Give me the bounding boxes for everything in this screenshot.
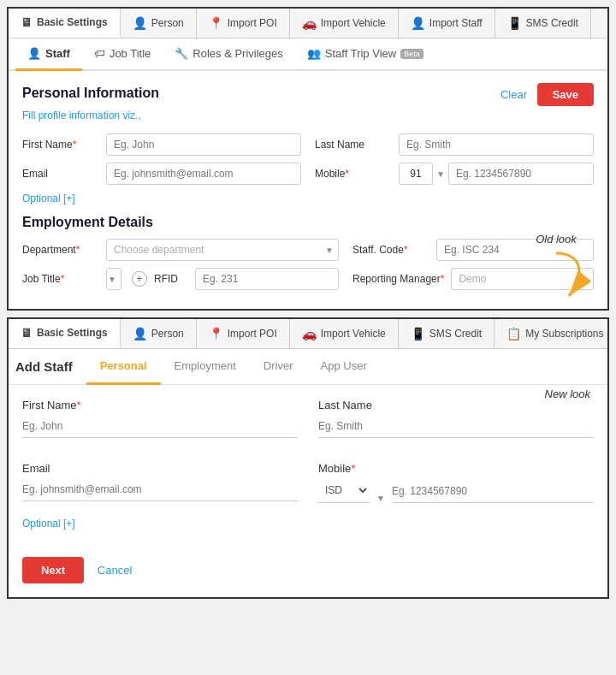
clear-button[interactable]: Clear (500, 88, 527, 101)
new-optional-link[interactable]: Optional [+] (22, 518, 75, 530)
job-title-label: Job Title (22, 273, 99, 285)
form-subtitle: Fill profile information viz., (22, 110, 594, 121)
old-look-panel: 🖥 Basic Settings 👤 Person 📍 Import POI 🚗… (7, 7, 609, 311)
mobile-label: Mobile (315, 168, 392, 180)
staff-code-label: Staff. Code (352, 244, 429, 256)
old-to-new-arrow (522, 249, 590, 300)
roles-sub-icon: 🔧 (175, 47, 188, 60)
subtab-employment[interactable]: Employment (161, 349, 250, 385)
tab-person-new[interactable]: 👤 Person (121, 319, 197, 348)
department-select-wrapper: Choose department ▼ (106, 239, 339, 261)
tab-import-vehicle-new[interactable]: 🚗 Import Vehicle (290, 319, 399, 348)
personal-info-header: Personal Information Clear Save (22, 83, 594, 106)
last-name-input[interactable] (399, 133, 594, 156)
new-first-name-group: First Name (22, 399, 298, 438)
new-top-nav: 🖥 Basic Settings 👤 Person 📍 Import POI 🚗… (9, 319, 607, 349)
last-name-row: Last Name (315, 133, 594, 156)
subtab-staff-trip-view[interactable]: 👥 Staff Trip View Beta (295, 38, 435, 71)
first-name-label: First Name (22, 139, 99, 151)
form-actions: Next Cancel (22, 557, 594, 583)
subtab-staff[interactable]: 👤 Staff (15, 38, 82, 71)
first-name-input[interactable] (106, 133, 301, 156)
jobtitle-sub-icon: 🏷 (94, 47, 105, 60)
mobile-row: Mobile ▼ (315, 163, 594, 185)
email-label: Email (22, 168, 99, 180)
add-job-title-button[interactable]: + (132, 271, 147, 287)
new-email-label: Email (22, 462, 298, 475)
new-sub-nav: Add Staff Personal Employment Driver App… (9, 349, 607, 385)
new-mobile-number-input[interactable] (392, 480, 594, 503)
old-sub-nav: 👤 Staff 🏷 Job Title 🔧 Roles & Privileges… (9, 38, 607, 71)
rfid-input[interactable] (195, 268, 339, 290)
new-form-content: First Name Last Name Email Mobile ISD (9, 385, 607, 597)
monitor-icon: 🖥 (21, 15, 33, 29)
new-personal-fields-grid: First Name Last Name Email Mobile ISD (22, 399, 594, 517)
new-look-panel: 🖥 Basic Settings 👤 Person 📍 Import POI 🚗… (7, 317, 609, 599)
vehicle-icon-new: 🚗 (302, 327, 317, 340)
new-mobile-label: Mobile (318, 462, 594, 475)
mobile-number-input[interactable] (448, 163, 594, 185)
department-row: Department Choose department ▼ (22, 239, 339, 261)
tab-sms-credit-new[interactable]: 📱 SMS Credit (399, 319, 495, 348)
job-title-select[interactable]: Choose job title (106, 268, 121, 290)
subtab-roles-privileges[interactable]: 🔧 Roles & Privileges (163, 38, 295, 71)
optional-link[interactable]: Optional [+] (22, 192, 75, 204)
personal-fields-grid: First Name Last Name Email Mobile ▼ (22, 133, 594, 185)
mobile-code-input[interactable] (399, 163, 433, 185)
tab-sms-credit-old[interactable]: 📱 SMS Credit (495, 9, 591, 38)
subtab-driver[interactable]: Driver (250, 349, 307, 385)
poi-icon: 📍 (209, 16, 223, 30)
new-email-input[interactable] (22, 478, 298, 501)
monitor-icon-new: 🖥 (21, 326, 33, 340)
cancel-button[interactable]: Cancel (98, 564, 132, 577)
email-row: Email (22, 163, 301, 185)
mobile-group: ▼ (399, 163, 594, 185)
tab-person-old[interactable]: 👤 Person (121, 9, 197, 38)
job-title-select-wrapper: Choose job title ▼ (106, 268, 121, 290)
tab-import-vehicle-old[interactable]: 🚗 Import Vehicle (290, 9, 399, 38)
tab-import-poi-old[interactable]: 📍 Import POI (197, 9, 290, 38)
department-select[interactable]: Choose department (106, 239, 339, 261)
tab-import-poi-new[interactable]: 📍 Import POI (197, 319, 290, 348)
new-first-name-label: First Name (22, 399, 298, 412)
trip-sub-icon: 👥 (307, 47, 321, 60)
employment-fields-grid: Department Choose department ▼ Staff. Co… (22, 239, 594, 290)
job-title-row: Job Title Choose job title ▼ + RFID (22, 268, 339, 290)
old-look-label: Old look (536, 233, 577, 246)
subtab-app-user[interactable]: App User (307, 349, 381, 385)
old-top-nav: 🖥 Basic Settings 👤 Person 📍 Import POI 🚗… (9, 9, 607, 38)
reporting-manager-label: Reporting Manager (352, 273, 444, 285)
add-staff-title: Add Staff (15, 349, 86, 385)
mobile-dropdown-icon: ▼ (436, 169, 445, 179)
next-button[interactable]: Next (22, 557, 84, 583)
isd-dropdown-icon: ▼ (376, 494, 385, 503)
staff-icon: 👤 (411, 16, 425, 30)
poi-icon-new: 📍 (209, 327, 223, 340)
email-input[interactable] (106, 163, 301, 185)
sms-icon-new: 📱 (411, 327, 425, 340)
tab-basic-settings-old[interactable]: 🖥 Basic Settings (9, 9, 121, 38)
new-last-name-group: Last Name (318, 399, 594, 438)
old-look-annotation: Old look (522, 233, 590, 300)
new-last-name-input[interactable] (318, 415, 594, 438)
first-name-row: First Name (22, 133, 301, 156)
new-isd-select[interactable]: ISD (318, 478, 370, 503)
employment-title: Employment Details (22, 215, 594, 230)
subtab-personal[interactable]: Personal (86, 349, 161, 385)
tab-basic-settings-new[interactable]: 🖥 Basic Settings (9, 319, 121, 348)
header-actions: Clear Save (500, 83, 594, 106)
tab-import-staff-old[interactable]: 👤 Import Staff (399, 9, 495, 38)
person-icon: 👤 (133, 16, 147, 30)
department-label: Department (22, 244, 99, 256)
subtab-job-title[interactable]: 🏷 Job Title (82, 38, 163, 71)
beta-badge: Beta (400, 49, 424, 59)
subscriptions-icon: 📋 (506, 327, 521, 340)
new-first-name-input[interactable] (22, 415, 298, 438)
new-email-group: Email (22, 462, 298, 503)
save-button[interactable]: Save (537, 83, 594, 106)
new-look-label: New look (545, 388, 590, 400)
tab-my-subscriptions-new[interactable]: 📋 My Subscriptions (495, 319, 607, 348)
vehicle-icon: 🚗 (302, 16, 317, 30)
staff-sub-icon: 👤 (27, 47, 41, 60)
person-icon-new: 👤 (133, 327, 147, 340)
